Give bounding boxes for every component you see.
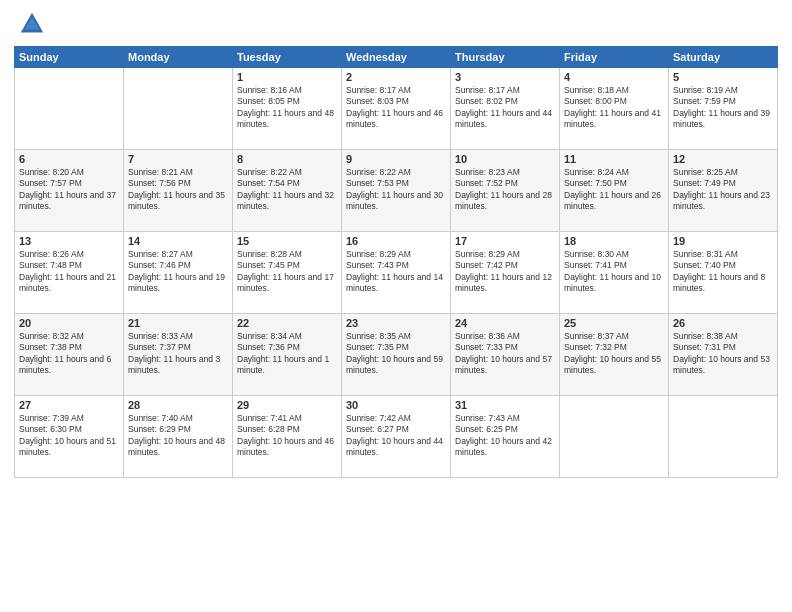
day-number: 26: [673, 317, 773, 329]
day-header-sunday: Sunday: [15, 47, 124, 68]
day-info: Sunrise: 7:41 AM Sunset: 6:28 PM Dayligh…: [237, 413, 337, 459]
calendar-cell: 6Sunrise: 8:20 AM Sunset: 7:57 PM Daylig…: [15, 150, 124, 232]
calendar-cell: 4Sunrise: 8:18 AM Sunset: 8:00 PM Daylig…: [560, 68, 669, 150]
day-number: 23: [346, 317, 446, 329]
day-info: Sunrise: 8:20 AM Sunset: 7:57 PM Dayligh…: [19, 167, 119, 213]
day-number: 4: [564, 71, 664, 83]
week-row-1: 1Sunrise: 8:16 AM Sunset: 8:05 PM Daylig…: [15, 68, 778, 150]
page: SundayMondayTuesdayWednesdayThursdayFrid…: [0, 0, 792, 612]
day-info: Sunrise: 8:30 AM Sunset: 7:41 PM Dayligh…: [564, 249, 664, 295]
calendar: SundayMondayTuesdayWednesdayThursdayFrid…: [14, 46, 778, 478]
day-info: Sunrise: 8:27 AM Sunset: 7:46 PM Dayligh…: [128, 249, 228, 295]
day-info: Sunrise: 8:18 AM Sunset: 8:00 PM Dayligh…: [564, 85, 664, 131]
day-number: 15: [237, 235, 337, 247]
calendar-cell: 9Sunrise: 8:22 AM Sunset: 7:53 PM Daylig…: [342, 150, 451, 232]
day-header-monday: Monday: [124, 47, 233, 68]
calendar-cell: 11Sunrise: 8:24 AM Sunset: 7:50 PM Dayli…: [560, 150, 669, 232]
day-info: Sunrise: 8:26 AM Sunset: 7:48 PM Dayligh…: [19, 249, 119, 295]
day-info: Sunrise: 8:38 AM Sunset: 7:31 PM Dayligh…: [673, 331, 773, 377]
calendar-cell: 12Sunrise: 8:25 AM Sunset: 7:49 PM Dayli…: [669, 150, 778, 232]
calendar-cell: 28Sunrise: 7:40 AM Sunset: 6:29 PM Dayli…: [124, 396, 233, 478]
day-info: Sunrise: 8:28 AM Sunset: 7:45 PM Dayligh…: [237, 249, 337, 295]
day-info: Sunrise: 8:24 AM Sunset: 7:50 PM Dayligh…: [564, 167, 664, 213]
day-number: 7: [128, 153, 228, 165]
day-info: Sunrise: 7:39 AM Sunset: 6:30 PM Dayligh…: [19, 413, 119, 459]
day-number: 18: [564, 235, 664, 247]
calendar-cell: 14Sunrise: 8:27 AM Sunset: 7:46 PM Dayli…: [124, 232, 233, 314]
calendar-cell: 10Sunrise: 8:23 AM Sunset: 7:52 PM Dayli…: [451, 150, 560, 232]
day-number: 22: [237, 317, 337, 329]
calendar-cell: 30Sunrise: 7:42 AM Sunset: 6:27 PM Dayli…: [342, 396, 451, 478]
calendar-cell: 16Sunrise: 8:29 AM Sunset: 7:43 PM Dayli…: [342, 232, 451, 314]
day-number: 9: [346, 153, 446, 165]
day-number: 30: [346, 399, 446, 411]
calendar-cell: [15, 68, 124, 150]
day-info: Sunrise: 8:37 AM Sunset: 7:32 PM Dayligh…: [564, 331, 664, 377]
day-number: 5: [673, 71, 773, 83]
day-info: Sunrise: 7:42 AM Sunset: 6:27 PM Dayligh…: [346, 413, 446, 459]
day-info: Sunrise: 7:43 AM Sunset: 6:25 PM Dayligh…: [455, 413, 555, 459]
calendar-cell: 3Sunrise: 8:17 AM Sunset: 8:02 PM Daylig…: [451, 68, 560, 150]
week-row-2: 6Sunrise: 8:20 AM Sunset: 7:57 PM Daylig…: [15, 150, 778, 232]
calendar-cell: 22Sunrise: 8:34 AM Sunset: 7:36 PM Dayli…: [233, 314, 342, 396]
calendar-cell: 7Sunrise: 8:21 AM Sunset: 7:56 PM Daylig…: [124, 150, 233, 232]
calendar-cell: 29Sunrise: 7:41 AM Sunset: 6:28 PM Dayli…: [233, 396, 342, 478]
calendar-cell: 1Sunrise: 8:16 AM Sunset: 8:05 PM Daylig…: [233, 68, 342, 150]
day-number: 19: [673, 235, 773, 247]
day-info: Sunrise: 8:29 AM Sunset: 7:43 PM Dayligh…: [346, 249, 446, 295]
day-number: 1: [237, 71, 337, 83]
day-info: Sunrise: 8:31 AM Sunset: 7:40 PM Dayligh…: [673, 249, 773, 295]
calendar-cell: 18Sunrise: 8:30 AM Sunset: 7:41 PM Dayli…: [560, 232, 669, 314]
day-info: Sunrise: 8:21 AM Sunset: 7:56 PM Dayligh…: [128, 167, 228, 213]
day-info: Sunrise: 8:29 AM Sunset: 7:42 PM Dayligh…: [455, 249, 555, 295]
day-number: 31: [455, 399, 555, 411]
day-info: Sunrise: 8:33 AM Sunset: 7:37 PM Dayligh…: [128, 331, 228, 377]
day-info: Sunrise: 8:19 AM Sunset: 7:59 PM Dayligh…: [673, 85, 773, 131]
day-number: 28: [128, 399, 228, 411]
calendar-cell: 20Sunrise: 8:32 AM Sunset: 7:38 PM Dayli…: [15, 314, 124, 396]
day-info: Sunrise: 8:35 AM Sunset: 7:35 PM Dayligh…: [346, 331, 446, 377]
logo: [14, 10, 46, 38]
calendar-cell: 21Sunrise: 8:33 AM Sunset: 7:37 PM Dayli…: [124, 314, 233, 396]
day-number: 21: [128, 317, 228, 329]
week-row-3: 13Sunrise: 8:26 AM Sunset: 7:48 PM Dayli…: [15, 232, 778, 314]
calendar-cell: 15Sunrise: 8:28 AM Sunset: 7:45 PM Dayli…: [233, 232, 342, 314]
calendar-cell: 27Sunrise: 7:39 AM Sunset: 6:30 PM Dayli…: [15, 396, 124, 478]
calendar-header: SundayMondayTuesdayWednesdayThursdayFrid…: [15, 47, 778, 68]
day-number: 16: [346, 235, 446, 247]
day-info: Sunrise: 8:16 AM Sunset: 8:05 PM Dayligh…: [237, 85, 337, 131]
calendar-body: 1Sunrise: 8:16 AM Sunset: 8:05 PM Daylig…: [15, 68, 778, 478]
header-row: SundayMondayTuesdayWednesdayThursdayFrid…: [15, 47, 778, 68]
day-info: Sunrise: 8:22 AM Sunset: 7:54 PM Dayligh…: [237, 167, 337, 213]
day-number: 8: [237, 153, 337, 165]
day-number: 13: [19, 235, 119, 247]
day-header-wednesday: Wednesday: [342, 47, 451, 68]
day-info: Sunrise: 8:32 AM Sunset: 7:38 PM Dayligh…: [19, 331, 119, 377]
day-header-thursday: Thursday: [451, 47, 560, 68]
logo-icon: [18, 10, 46, 38]
calendar-cell: 23Sunrise: 8:35 AM Sunset: 7:35 PM Dayli…: [342, 314, 451, 396]
day-info: Sunrise: 8:22 AM Sunset: 7:53 PM Dayligh…: [346, 167, 446, 213]
day-number: 20: [19, 317, 119, 329]
day-number: 2: [346, 71, 446, 83]
calendar-cell: 17Sunrise: 8:29 AM Sunset: 7:42 PM Dayli…: [451, 232, 560, 314]
day-number: 27: [19, 399, 119, 411]
day-number: 6: [19, 153, 119, 165]
calendar-cell: 26Sunrise: 8:38 AM Sunset: 7:31 PM Dayli…: [669, 314, 778, 396]
calendar-cell: 24Sunrise: 8:36 AM Sunset: 7:33 PM Dayli…: [451, 314, 560, 396]
day-number: 14: [128, 235, 228, 247]
day-number: 12: [673, 153, 773, 165]
day-header-tuesday: Tuesday: [233, 47, 342, 68]
day-number: 17: [455, 235, 555, 247]
calendar-cell: [124, 68, 233, 150]
calendar-cell: 19Sunrise: 8:31 AM Sunset: 7:40 PM Dayli…: [669, 232, 778, 314]
calendar-cell: 31Sunrise: 7:43 AM Sunset: 6:25 PM Dayli…: [451, 396, 560, 478]
day-info: Sunrise: 8:34 AM Sunset: 7:36 PM Dayligh…: [237, 331, 337, 377]
day-header-friday: Friday: [560, 47, 669, 68]
day-number: 25: [564, 317, 664, 329]
day-info: Sunrise: 8:17 AM Sunset: 8:03 PM Dayligh…: [346, 85, 446, 131]
day-header-saturday: Saturday: [669, 47, 778, 68]
calendar-cell: 25Sunrise: 8:37 AM Sunset: 7:32 PM Dayli…: [560, 314, 669, 396]
calendar-cell: 13Sunrise: 8:26 AM Sunset: 7:48 PM Dayli…: [15, 232, 124, 314]
week-row-5: 27Sunrise: 7:39 AM Sunset: 6:30 PM Dayli…: [15, 396, 778, 478]
